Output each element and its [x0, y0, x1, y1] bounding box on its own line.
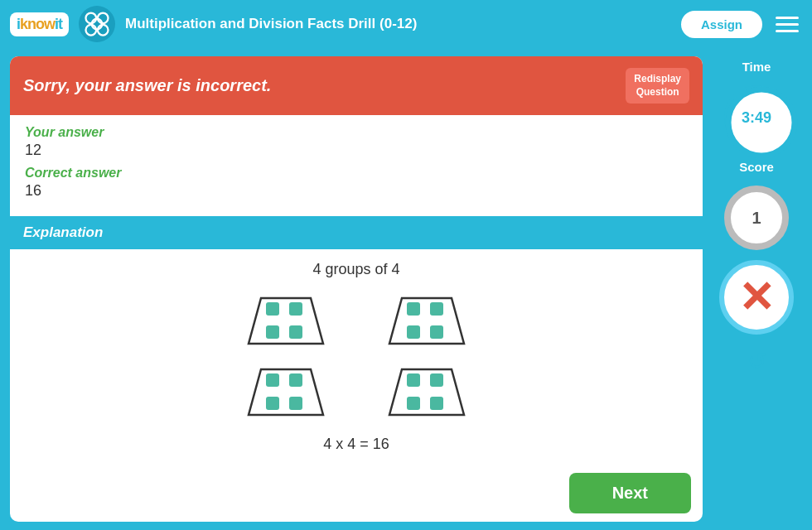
dot [430, 325, 443, 339]
dots-grid-3 [266, 373, 306, 413]
dot [407, 302, 420, 316]
answer-section: Your answer 12 Correct answer 16 [10, 115, 703, 211]
dot [289, 325, 302, 339]
navigation-arrow-icon[interactable]: ↺ [747, 348, 766, 375]
trapezoid-3 [232, 361, 340, 421]
next-button[interactable]: Next [569, 473, 691, 513]
dots-grid-2 [407, 302, 447, 342]
dot [407, 373, 420, 387]
next-button-area: Next [10, 466, 703, 522]
time-label: Time [742, 60, 771, 74]
dots-grid-1 [266, 302, 306, 342]
result-indicator: ✕ [719, 260, 794, 335]
dot [266, 397, 279, 410]
dots-grid-4 [407, 373, 447, 413]
svg-point-1 [98, 13, 109, 24]
dot [430, 397, 443, 410]
your-answer-value: 12 [25, 142, 688, 159]
dot [266, 373, 279, 387]
dot [407, 397, 420, 410]
explanation-content: 4 groups of 4 [10, 249, 703, 466]
logo-icon [79, 6, 115, 42]
incorrect-message: Sorry, your answer is incorrect. [23, 76, 271, 95]
dot [289, 373, 302, 387]
x-mark-icon: ✕ [738, 276, 775, 319]
svg-point-3 [98, 25, 109, 36]
incorrect-banner: Sorry, your answer is incorrect. Redispl… [10, 56, 703, 115]
trapezoid-2 [373, 290, 481, 349]
dot [407, 325, 420, 339]
page-title: Multiplication and Division Facts Drill … [125, 16, 671, 32]
trapezoids-row-bottom [232, 361, 481, 421]
explanation-label: Explanation [23, 224, 689, 241]
logo: iknowit [10, 12, 69, 36]
dot [266, 302, 279, 316]
score-label: Score [739, 160, 774, 174]
logo-it: it [55, 16, 62, 32]
redisplay-button[interactable]: RedisplayQuestion [626, 68, 689, 104]
dot [266, 325, 279, 339]
hamburger-line-2 [776, 23, 799, 26]
trapezoid-1 [232, 290, 340, 349]
trapezoids-row-top [232, 290, 481, 349]
correct-answer-label: Correct answer [25, 166, 688, 181]
svg-point-2 [86, 25, 97, 36]
dot [430, 373, 443, 387]
score-value: 1 [752, 209, 761, 228]
main-content: Sorry, your answer is incorrect. Redispl… [0, 48, 812, 530]
header: iknowit Multiplication and Division Fact… [0, 0, 812, 48]
logo-circles-icon [82, 9, 112, 39]
dot [289, 302, 302, 316]
dot [289, 397, 302, 410]
explanation-bar: Explanation [10, 216, 703, 249]
your-answer-label: Your answer [25, 125, 688, 140]
timer-value: 3:49 [742, 109, 771, 127]
left-panel: Sorry, your answer is incorrect. Redispl… [10, 56, 703, 522]
hamburger-line-3 [776, 30, 799, 32]
logo-know: know [20, 16, 55, 32]
svg-point-0 [86, 13, 97, 24]
dot [430, 302, 443, 316]
equation-text: 4 x 4 = 16 [323, 436, 389, 453]
right-panel: Time 3:49 Score 1 ✕ ↺ [711, 56, 802, 522]
trapezoid-4 [373, 361, 481, 421]
menu-button[interactable] [772, 13, 802, 36]
correct-answer-value: 16 [25, 182, 688, 200]
groups-text: 4 groups of 4 [312, 261, 399, 278]
assign-button[interactable]: Assign [681, 11, 762, 38]
score-display: 1 [724, 186, 789, 250]
hamburger-line-1 [776, 17, 799, 19]
svg-point-4 [92, 19, 103, 30]
timer-display: 3:49 [724, 85, 789, 150]
